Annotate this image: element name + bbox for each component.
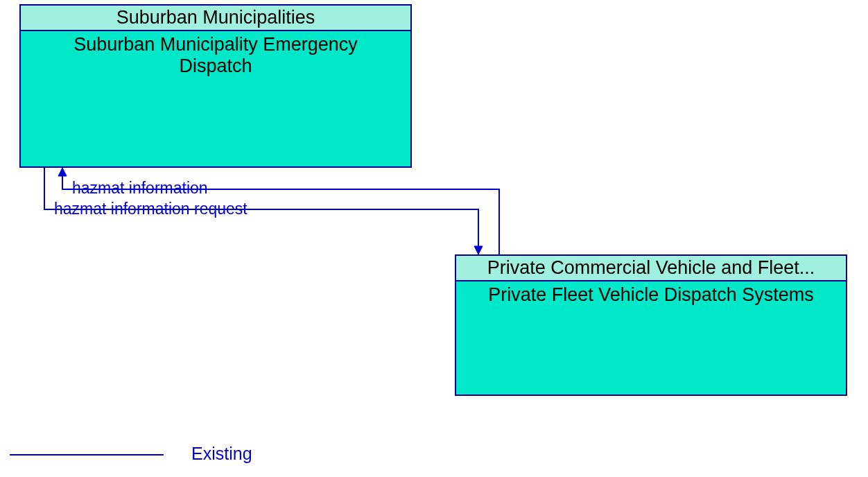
flow-hazmat-info-arrowhead — [58, 168, 67, 176]
diagram-canvas: Suburban Municipalities Suburban Municip… — [0, 0, 868, 477]
entity-suburban-body: Suburban Municipality Emergency Dispatch — [21, 31, 410, 77]
entity-private-fleet-body: Private Fleet Vehicle Dispatch Systems — [456, 281, 846, 306]
legend-existing-label: Existing — [191, 444, 252, 464]
entity-suburban-header: Suburban Municipalities — [21, 6, 410, 31]
entity-suburban: Suburban Municipalities Suburban Municip… — [19, 4, 412, 168]
entity-private-fleet-header: Private Commercial Vehicle and Fleet... — [456, 256, 846, 281]
entity-private-fleet: Private Commercial Vehicle and Fleet... … — [455, 254, 847, 396]
flow-label-hazmat-req: hazmat information request — [54, 200, 248, 218]
legend-existing-line — [10, 454, 164, 456]
flow-hazmat-req-arrowhead — [474, 246, 483, 254]
flow-label-hazmat-info: hazmat information — [72, 179, 208, 198]
